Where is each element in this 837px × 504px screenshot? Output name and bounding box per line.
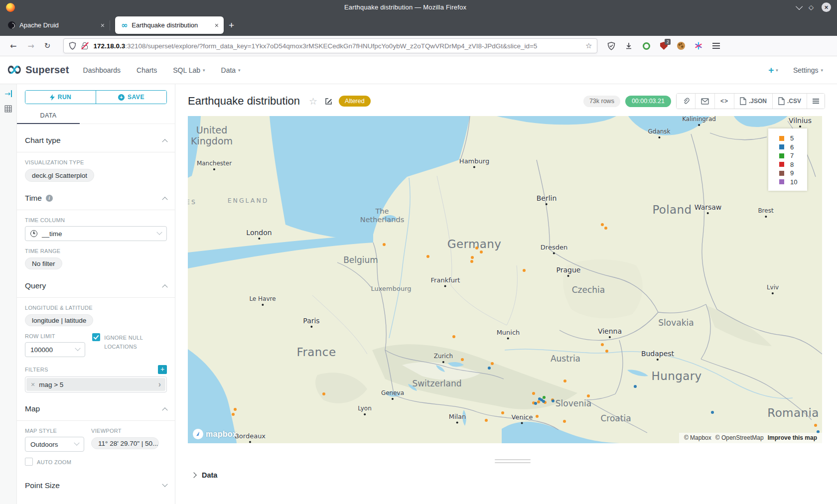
auto-zoom-checkbox-row[interactable]: AUTO ZOOM — [25, 458, 71, 467]
edit-properties-icon[interactable] — [324, 97, 333, 106]
attribution-mapbox[interactable]: © Mapbox — [684, 434, 711, 441]
legend-swatch — [779, 171, 784, 176]
section-time[interactable]: Timei — [17, 182, 175, 210]
resize-drag-handle[interactable] — [495, 459, 531, 463]
earthquake-points-layer — [188, 116, 822, 443]
close-window-icon[interactable]: × — [822, 2, 831, 12]
section-query[interactable]: Query — [17, 269, 175, 297]
time-range-value[interactable]: No filter — [25, 257, 62, 269]
data-results-collapsible[interactable]: Data — [192, 471, 837, 479]
superset-logo-icon[interactable]: ∞ — [6, 59, 22, 79]
maximize-icon[interactable]: ◇ — [809, 3, 814, 11]
legend-row: 6 — [768, 143, 807, 152]
earthquake-point — [491, 362, 494, 365]
dataset-grid-icon[interactable] — [4, 105, 12, 113]
chevron-down-icon: ▾ — [203, 68, 205, 73]
tracking-shield-icon[interactable] — [69, 42, 76, 50]
legend-row: 9 — [768, 169, 807, 178]
lonlat-value[interactable]: longitude | latitude — [25, 314, 93, 326]
nav-charts[interactable]: Charts — [137, 66, 157, 74]
remove-filter-icon[interactable]: × — [31, 380, 35, 388]
chart-menu-button[interactable] — [807, 94, 825, 109]
minimize-icon[interactable] — [796, 2, 803, 9]
favorite-star-icon[interactable]: ☆ — [309, 96, 317, 107]
earthquake-point — [523, 269, 526, 272]
earthquake-point — [485, 419, 488, 422]
chevron-up-icon — [162, 284, 167, 290]
filter-chip[interactable]: × mag > 5 › — [26, 378, 165, 391]
nav-dashboards[interactable]: Dashboards — [83, 66, 121, 74]
ignore-null-checkbox-row[interactable]: IGNORE NULL LOCATIONS — [92, 333, 167, 357]
chevron-down-icon — [75, 346, 81, 351]
nav-data[interactable]: Data▾ — [221, 66, 241, 74]
export-json-button[interactable]: .JSON — [734, 94, 772, 109]
bookmark-star-icon[interactable]: ☆ — [585, 41, 592, 50]
viewport-value[interactable]: 11° 28' 29.70" | 50... — [91, 437, 159, 449]
url-text[interactable]: 172.18.0.3:32108/superset/explore/?form_… — [93, 42, 581, 50]
embed-code-button[interactable]: <> — [714, 94, 734, 109]
earthquake-point — [501, 411, 504, 414]
attribution-osm[interactable]: © OpenStreetMap — [715, 434, 764, 441]
section-map[interactable]: Map — [17, 392, 175, 420]
row-limit-select[interactable]: 100000 — [25, 342, 85, 357]
run-button[interactable]: RUN — [25, 91, 96, 104]
superset-brand[interactable]: Superset — [25, 64, 69, 76]
legend-row: 10 — [768, 178, 807, 187]
colorful-asterisk-extension-icon[interactable] — [694, 41, 703, 51]
time-column-select[interactable]: __time — [25, 226, 167, 241]
menu-hamburger-icon[interactable] — [711, 41, 721, 51]
chevron-down-icon — [162, 481, 167, 487]
extension-green-icon[interactable] — [641, 41, 651, 51]
browser-toolbar: ← → ↻ 172.18.0.3:32108/superset/explore/… — [0, 36, 837, 56]
map-style-label: MAP STYLE — [25, 428, 84, 434]
legend-value: 9 — [790, 169, 794, 177]
insecure-lock-icon[interactable] — [81, 42, 88, 49]
legend-value: 5 — [790, 134, 794, 142]
tab-apache-druid[interactable]: Apache Druid × — [2, 16, 110, 34]
magnitude-legend: 5 6 7 — [768, 128, 807, 191]
legend-value: 10 — [790, 178, 797, 186]
earthquake-point — [480, 251, 483, 253]
pocket-shield-icon[interactable] — [606, 41, 616, 51]
legend-swatch — [779, 136, 784, 141]
legend-swatch — [779, 162, 784, 167]
expand-filter-icon[interactable]: › — [158, 380, 161, 389]
ignore-null-checkbox[interactable] — [92, 333, 100, 341]
mapbox-logo[interactable]: mapbox — [193, 429, 237, 439]
forward-button[interactable]: → — [27, 41, 34, 51]
share-link-button[interactable] — [677, 94, 695, 109]
tab-title: Apache Druid — [19, 21, 97, 29]
earthquake-point — [234, 408, 237, 411]
expand-datasource-icon[interactable]: → — [4, 90, 12, 97]
url-bar[interactable]: 172.18.0.3:32108/superset/explore/?form_… — [63, 38, 597, 53]
section-chart-type[interactable]: Chart type — [17, 124, 175, 152]
close-tab-icon[interactable]: × — [215, 21, 219, 29]
downloads-icon[interactable] — [624, 41, 634, 51]
new-item-button[interactable]: +▾ — [768, 65, 778, 76]
save-button[interactable]: + SAVE — [96, 91, 166, 104]
attribution-improve-link[interactable]: Improve this map — [768, 434, 817, 441]
deckgl-scatterplot-map[interactable]: United Kingdom Manchester ENGLAND ES Lon… — [188, 116, 822, 443]
export-csv-button[interactable]: .CSV — [772, 94, 807, 109]
nav-sql-lab[interactable]: SQL Lab▾ — [173, 66, 205, 74]
chevron-right-icon — [191, 472, 196, 478]
auto-zoom-checkbox[interactable] — [25, 458, 33, 466]
viz-type-value[interactable]: deck.gl Scatterplot — [25, 169, 94, 182]
new-tab-button[interactable]: + — [229, 20, 234, 31]
tab-earthquake-distribution[interactable]: ∞ Earthquake distribution × — [115, 16, 224, 34]
back-button[interactable]: ← — [10, 41, 16, 51]
map-style-select[interactable]: Outdoors — [25, 437, 84, 452]
section-point-size[interactable]: Point Size — [17, 467, 175, 497]
tab-data[interactable]: DATA — [17, 110, 80, 124]
earthquake-point — [426, 255, 429, 258]
close-tab-icon[interactable]: × — [101, 21, 105, 29]
reload-button[interactable]: ↻ — [44, 41, 51, 50]
add-filter-button[interactable]: + — [158, 365, 167, 374]
legend-row: 5 — [768, 134, 807, 143]
ublock-origin-icon[interactable]: 2 — [659, 41, 669, 51]
cookie-extension-icon[interactable] — [676, 41, 686, 51]
settings-menu[interactable]: Settings▾ — [793, 66, 823, 74]
time-column-label: TIME COLUMN — [25, 217, 167, 223]
altered-badge[interactable]: Altered — [339, 96, 371, 107]
email-button[interactable] — [695, 94, 714, 109]
